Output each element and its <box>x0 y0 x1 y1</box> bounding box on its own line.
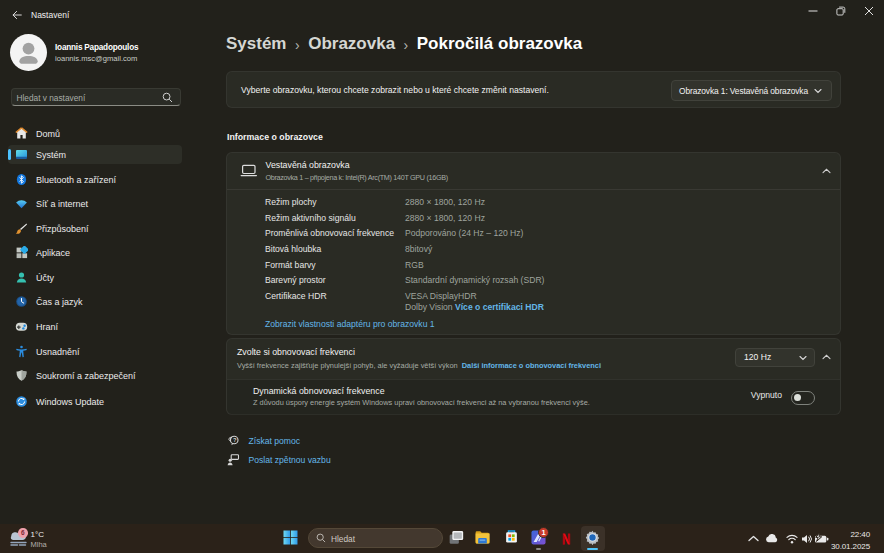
svg-text:?: ? <box>233 437 237 443</box>
